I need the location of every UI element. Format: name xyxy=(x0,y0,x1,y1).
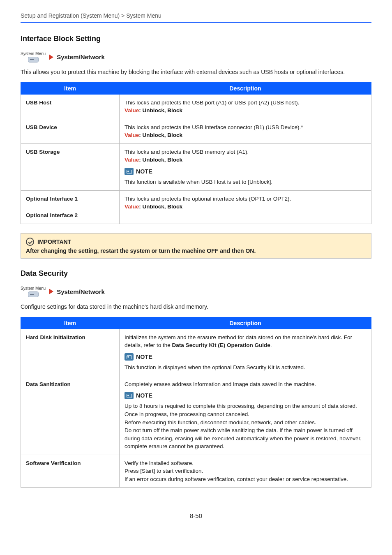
sanit-note-l3: Before executing this function, disconne… xyxy=(125,419,366,427)
cell-hdi-name: Hard Disk Initialization xyxy=(21,329,120,376)
value-label-3: Value xyxy=(125,157,139,163)
sanit-note-l4: Do not turn off the main power switch wh… xyxy=(125,426,366,451)
row-usb-host: USB Host This locks and protects the USB… xyxy=(21,94,371,119)
softver-l3: If an error occurs during software verif… xyxy=(125,475,366,483)
nav-label-sysnetwork-1: System/Network xyxy=(57,53,105,60)
section-title-data-security: Data Security xyxy=(21,269,371,278)
note-icon xyxy=(125,353,134,361)
value-options-3: Unblock, Block xyxy=(143,157,183,163)
softver-l1: Verify the installed software. xyxy=(125,459,366,467)
usb-storage-note-body: This function is available when USB Host… xyxy=(125,178,366,186)
table-interface-block: Item Description USB Host This locks and… xyxy=(21,82,371,224)
cell-usb-host-desc: This locks and protects the USB port (A1… xyxy=(120,94,371,119)
usb-storage-desc-text: This locks and protects the USB memory s… xyxy=(125,148,366,156)
usb-device-desc-text: This locks and protects the USB interfac… xyxy=(125,123,366,132)
check-circle-icon xyxy=(26,238,34,246)
system-menu-icon: System Menu xyxy=(21,286,46,297)
value-options-2: Unblock, Block xyxy=(143,132,183,138)
important-body: After changing the setting, restart the … xyxy=(26,247,366,254)
nav-row-interface-block: System Menu System/Network xyxy=(21,51,371,62)
row-opt1: Optional Interface 1 This locks and prot… xyxy=(21,190,371,207)
opt-desc-text: This locks and protects the optional int… xyxy=(125,195,366,203)
cell-sanit-name: Data Sanitization xyxy=(21,376,120,455)
section-title-interface-block: Interface Block Setting xyxy=(21,35,371,43)
table-data-security: Item Description Hard Disk Initializatio… xyxy=(21,317,371,488)
breadcrumb: Setup and Registration (System Menu) > S… xyxy=(21,12,371,23)
system-menu-icon-label: System Menu xyxy=(21,286,46,291)
hdi-desc-bold: Data Security Kit (E) Operation Guide xyxy=(172,342,270,348)
sanit-note-l2: Once in progress, the processing cannot … xyxy=(125,410,366,419)
sanit-note-l1: Up to 8 hours is required to complete th… xyxy=(125,402,366,410)
note-icon xyxy=(125,392,134,399)
arrow-right-icon xyxy=(49,54,53,60)
cell-opt2-name: Optional Interface 2 xyxy=(21,207,120,224)
usb-host-desc-text: This locks and protects the USB port (A1… xyxy=(125,99,366,107)
row-usb-device: USB Device This locks and protects the U… xyxy=(21,119,371,143)
hdi-note-body: This function is displayed when the opti… xyxy=(125,363,366,372)
th-desc-1: Description xyxy=(120,82,371,94)
cell-softver-name: Software Verification xyxy=(21,455,120,488)
nav-label-sysnetwork-2: System/Network xyxy=(57,288,105,295)
sanit-desc-top: Completely erases address information an… xyxy=(125,380,366,388)
th-item-1: Item xyxy=(21,82,120,94)
note-icon xyxy=(125,168,134,175)
cell-usb-storage-desc: This locks and protects the USB memory s… xyxy=(120,143,371,190)
th-item-2: Item xyxy=(21,317,120,329)
note-label-3: NOTE xyxy=(136,391,152,400)
cell-hdi-desc: Initializes the system and the erasure m… xyxy=(120,329,371,376)
value-label-1: Value xyxy=(125,107,139,113)
cell-usb-host-name: USB Host xyxy=(21,94,120,119)
cell-opt-desc: This locks and protects the optional int… xyxy=(120,190,371,224)
cell-sanit-desc: Completely erases address information an… xyxy=(120,376,371,455)
system-menu-icon: System Menu xyxy=(21,51,46,62)
row-sanit: Data Sanitization Completely erases addr… xyxy=(21,376,371,455)
row-hdi: Hard Disk Initialization Initializes the… xyxy=(21,329,371,376)
cell-usb-device-name: USB Device xyxy=(21,119,120,143)
note-label-1: NOTE xyxy=(136,167,152,176)
row-softver: Software Verification Verify the install… xyxy=(21,455,371,488)
value-options-1: Unblock, Block xyxy=(143,107,183,113)
value-options-4: Unblock, Block xyxy=(143,204,183,210)
page-number: 8-50 xyxy=(21,512,371,519)
softver-l2: Press [Start] to start verification. xyxy=(125,467,366,475)
row-usb-storage: USB Storage This locks and protects the … xyxy=(21,143,371,190)
intro-interface-block: This allows you to protect this machine … xyxy=(21,68,371,76)
arrow-right-icon xyxy=(49,289,53,294)
note-label-2: NOTE xyxy=(136,353,152,361)
value-label-2: Value xyxy=(125,132,139,138)
intro-data-security: Configure settings for data stored in th… xyxy=(21,303,371,311)
nav-row-data-security: System Menu System/Network xyxy=(21,286,371,297)
important-label: IMPORTANT xyxy=(37,238,71,245)
system-menu-icon-label: System Menu xyxy=(21,51,46,56)
cell-opt1-name: Optional Interface 1 xyxy=(21,190,120,207)
value-label-4: Value xyxy=(125,204,139,210)
cell-softver-desc: Verify the installed software. Press [St… xyxy=(120,455,371,488)
hdi-desc-post: . xyxy=(270,342,272,348)
important-box: IMPORTANT After changing the setting, re… xyxy=(21,233,371,259)
cell-usb-storage-name: USB Storage xyxy=(21,143,120,190)
cell-usb-device-desc: This locks and protects the USB interfac… xyxy=(120,119,371,143)
th-desc-2: Description xyxy=(120,317,371,329)
